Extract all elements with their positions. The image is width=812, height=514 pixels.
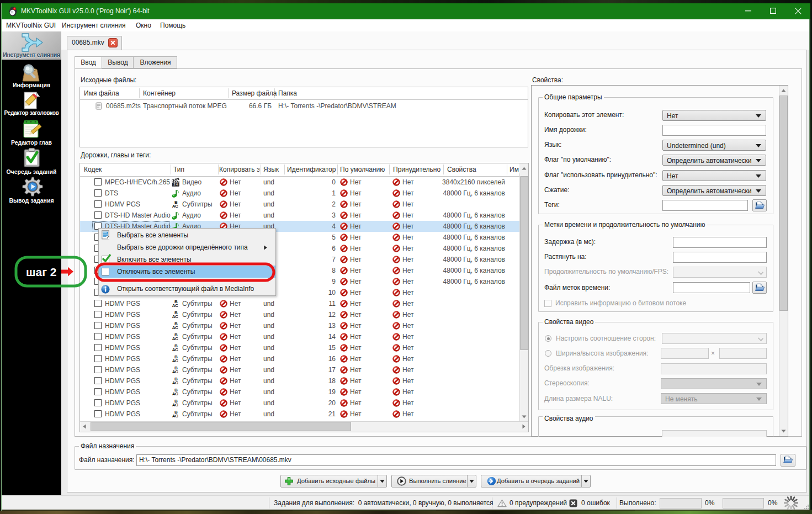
svg-text:2 4: 2 4 [174, 183, 178, 186]
